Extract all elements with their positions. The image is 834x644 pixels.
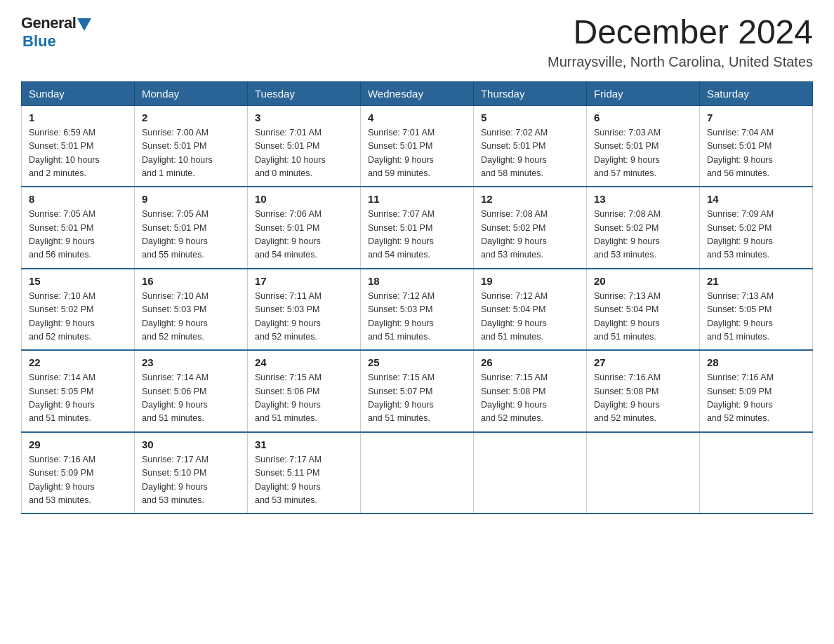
day-info: Sunrise: 7:11 AMSunset: 5:03 PMDaylight:…: [255, 290, 353, 344]
day-number: 9: [142, 193, 240, 205]
day-number: 19: [481, 275, 579, 287]
title-area: December 2024 Murraysville, North Caroli…: [548, 14, 813, 70]
day-info: Sunrise: 6:59 AMSunset: 5:01 PMDaylight:…: [29, 126, 127, 181]
day-number: 28: [707, 356, 805, 368]
day-number: 20: [594, 275, 692, 287]
day-number: 13: [594, 193, 692, 205]
day-number: 22: [29, 356, 127, 368]
day-info: Sunrise: 7:02 AMSunset: 5:01 PMDaylight:…: [481, 126, 579, 181]
day-info: Sunrise: 7:16 AMSunset: 5:09 PMDaylight:…: [29, 453, 127, 508]
page-header: General Blue December 2024 Murraysville,…: [21, 14, 813, 70]
weekday-header-friday: Friday: [586, 81, 699, 105]
calendar-day-cell: [699, 432, 812, 514]
weekday-header-row: SundayMondayTuesdayWednesdayThursdayFrid…: [22, 81, 813, 105]
calendar-day-cell: [360, 432, 473, 514]
day-number: 21: [707, 275, 805, 287]
day-info: Sunrise: 7:15 AMSunset: 5:07 PMDaylight:…: [368, 371, 466, 426]
calendar-title: December 2024: [548, 14, 813, 51]
logo-general-text: General: [21, 14, 76, 32]
calendar-body: 1Sunrise: 6:59 AMSunset: 5:01 PMDaylight…: [22, 105, 813, 514]
day-info: Sunrise: 7:01 AMSunset: 5:01 PMDaylight:…: [368, 126, 466, 181]
calendar-day-cell: 23Sunrise: 7:14 AMSunset: 5:06 PMDayligh…: [134, 350, 247, 432]
day-info: Sunrise: 7:14 AMSunset: 5:06 PMDaylight:…: [142, 371, 240, 426]
calendar-week-row: 22Sunrise: 7:14 AMSunset: 5:05 PMDayligh…: [22, 350, 813, 432]
calendar-day-cell: [586, 432, 699, 514]
day-number: 24: [255, 356, 353, 368]
calendar-day-cell: 31Sunrise: 7:17 AMSunset: 5:11 PMDayligh…: [247, 432, 360, 514]
day-info: Sunrise: 7:10 AMSunset: 5:03 PMDaylight:…: [142, 290, 240, 344]
calendar-day-cell: 13Sunrise: 7:08 AMSunset: 5:02 PMDayligh…: [586, 187, 699, 269]
calendar-day-cell: 12Sunrise: 7:08 AMSunset: 5:02 PMDayligh…: [473, 187, 586, 269]
day-info: Sunrise: 7:10 AMSunset: 5:02 PMDaylight:…: [29, 290, 127, 344]
calendar-day-cell: 6Sunrise: 7:03 AMSunset: 5:01 PMDaylight…: [586, 105, 699, 187]
day-number: 11: [368, 193, 466, 205]
day-info: Sunrise: 7:16 AMSunset: 5:09 PMDaylight:…: [707, 371, 805, 426]
calendar-day-cell: 16Sunrise: 7:10 AMSunset: 5:03 PMDayligh…: [134, 269, 247, 351]
logo-blue-text: Blue: [22, 32, 56, 51]
day-number: 31: [255, 438, 353, 450]
calendar-day-cell: 9Sunrise: 7:05 AMSunset: 5:01 PMDaylight…: [134, 187, 247, 269]
day-number: 8: [29, 193, 127, 205]
calendar-table: SundayMondayTuesdayWednesdayThursdayFrid…: [21, 81, 813, 515]
day-info: Sunrise: 7:08 AMSunset: 5:02 PMDaylight:…: [481, 208, 579, 262]
calendar-day-cell: 26Sunrise: 7:15 AMSunset: 5:08 PMDayligh…: [473, 350, 586, 432]
day-number: 29: [29, 438, 127, 450]
day-number: 26: [481, 356, 579, 368]
day-number: 18: [368, 275, 466, 287]
day-number: 6: [594, 112, 692, 123]
day-number: 15: [29, 275, 127, 287]
day-number: 5: [481, 112, 579, 123]
calendar-day-cell: 25Sunrise: 7:15 AMSunset: 5:07 PMDayligh…: [360, 350, 473, 432]
day-info: Sunrise: 7:00 AMSunset: 5:01 PMDaylight:…: [142, 126, 240, 181]
day-info: Sunrise: 7:06 AMSunset: 5:01 PMDaylight:…: [255, 208, 353, 262]
day-info: Sunrise: 7:09 AMSunset: 5:02 PMDaylight:…: [707, 208, 805, 262]
calendar-day-cell: 5Sunrise: 7:02 AMSunset: 5:01 PMDaylight…: [473, 105, 586, 187]
calendar-day-cell: 24Sunrise: 7:15 AMSunset: 5:06 PMDayligh…: [247, 350, 360, 432]
day-info: Sunrise: 7:12 AMSunset: 5:04 PMDaylight:…: [481, 290, 579, 344]
day-number: 25: [368, 356, 466, 368]
day-info: Sunrise: 7:03 AMSunset: 5:01 PMDaylight:…: [594, 126, 692, 181]
logo-arrow-icon: [77, 18, 91, 31]
day-info: Sunrise: 7:15 AMSunset: 5:06 PMDaylight:…: [255, 371, 353, 426]
day-number: 7: [707, 112, 805, 123]
logo: General Blue: [21, 14, 91, 51]
day-info: Sunrise: 7:05 AMSunset: 5:01 PMDaylight:…: [142, 208, 240, 262]
calendar-day-cell: 10Sunrise: 7:06 AMSunset: 5:01 PMDayligh…: [247, 187, 360, 269]
weekday-header-sunday: Sunday: [22, 81, 135, 105]
day-info: Sunrise: 7:08 AMSunset: 5:02 PMDaylight:…: [594, 208, 692, 262]
day-info: Sunrise: 7:07 AMSunset: 5:01 PMDaylight:…: [368, 208, 466, 262]
day-info: Sunrise: 7:04 AMSunset: 5:01 PMDaylight:…: [707, 126, 805, 181]
calendar-day-cell: 15Sunrise: 7:10 AMSunset: 5:02 PMDayligh…: [22, 269, 135, 351]
day-info: Sunrise: 7:16 AMSunset: 5:08 PMDaylight:…: [594, 371, 692, 426]
day-number: 1: [29, 112, 127, 123]
weekday-header-saturday: Saturday: [699, 81, 812, 105]
day-number: 17: [255, 275, 353, 287]
calendar-day-cell: 4Sunrise: 7:01 AMSunset: 5:01 PMDaylight…: [360, 105, 473, 187]
day-number: 27: [594, 356, 692, 368]
day-number: 23: [142, 356, 240, 368]
calendar-week-row: 29Sunrise: 7:16 AMSunset: 5:09 PMDayligh…: [22, 432, 813, 514]
calendar-day-cell: 19Sunrise: 7:12 AMSunset: 5:04 PMDayligh…: [473, 269, 586, 351]
calendar-day-cell: 28Sunrise: 7:16 AMSunset: 5:09 PMDayligh…: [699, 350, 812, 432]
calendar-day-cell: 20Sunrise: 7:13 AMSunset: 5:04 PMDayligh…: [586, 269, 699, 351]
calendar-day-cell: 8Sunrise: 7:05 AMSunset: 5:01 PMDaylight…: [22, 187, 135, 269]
calendar-week-row: 8Sunrise: 7:05 AMSunset: 5:01 PMDaylight…: [22, 187, 813, 269]
calendar-week-row: 15Sunrise: 7:10 AMSunset: 5:02 PMDayligh…: [22, 269, 813, 351]
day-info: Sunrise: 7:13 AMSunset: 5:05 PMDaylight:…: [707, 290, 805, 344]
day-number: 16: [142, 275, 240, 287]
day-info: Sunrise: 7:13 AMSunset: 5:04 PMDaylight:…: [594, 290, 692, 344]
calendar-day-cell: 1Sunrise: 6:59 AMSunset: 5:01 PMDaylight…: [22, 105, 135, 187]
day-number: 12: [481, 193, 579, 205]
calendar-day-cell: 21Sunrise: 7:13 AMSunset: 5:05 PMDayligh…: [699, 269, 812, 351]
weekday-header-tuesday: Tuesday: [247, 81, 360, 105]
day-number: 30: [142, 438, 240, 450]
calendar-day-cell: 14Sunrise: 7:09 AMSunset: 5:02 PMDayligh…: [699, 187, 812, 269]
day-info: Sunrise: 7:15 AMSunset: 5:08 PMDaylight:…: [481, 371, 579, 426]
day-number: 4: [368, 112, 466, 123]
day-number: 3: [255, 112, 353, 123]
day-info: Sunrise: 7:12 AMSunset: 5:03 PMDaylight:…: [368, 290, 466, 344]
weekday-header-thursday: Thursday: [473, 81, 586, 105]
calendar-day-cell: 3Sunrise: 7:01 AMSunset: 5:01 PMDaylight…: [247, 105, 360, 187]
calendar-subtitle: Murraysville, North Carolina, United Sta…: [548, 54, 813, 70]
day-info: Sunrise: 7:14 AMSunset: 5:05 PMDaylight:…: [29, 371, 127, 426]
